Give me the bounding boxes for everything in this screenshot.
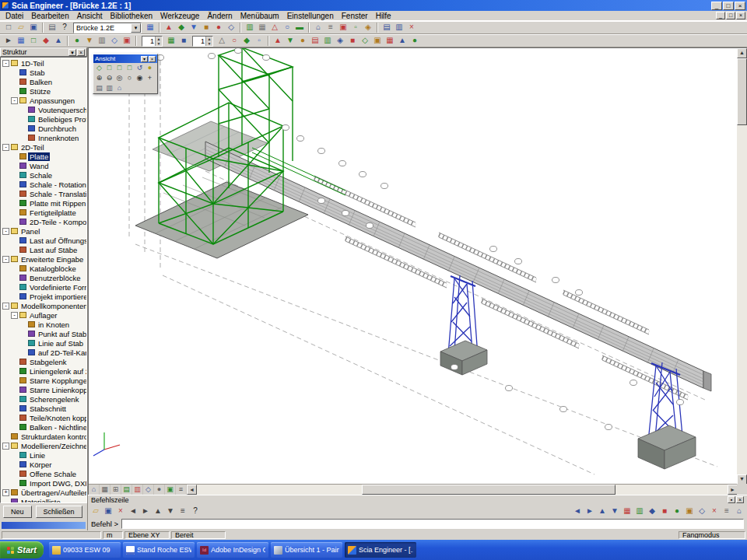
save-icon[interactable]: ▣ [27,22,40,33]
view-x-icon[interactable]: □ [104,64,114,73]
view-z-icon[interactable]: □ [124,64,135,73]
tree-item[interactable]: Balken - Nichtlinearität [1,422,86,432]
spinner-arrows-icon[interactable]: ▲▼ [205,37,212,46]
toolbar-icon[interactable]: ● [409,35,421,47]
tree-item[interactable]: -Panel [1,226,86,236]
axonometry-icon[interactable]: ◇ [94,64,104,73]
tree-item[interactable]: Fertigteilplatte [1,208,86,217]
cmd-icon[interactable]: × [708,506,721,517]
tree-item[interactable]: Last auf Stäbe [1,245,86,254]
select-icon[interactable]: ► [2,35,15,47]
zoom-all-icon[interactable]: ○ [124,74,135,83]
zoom-out-icon[interactable]: ⊖ [104,74,114,83]
toolbar-icon[interactable]: ■ [177,35,190,47]
toolbar-icon[interactable]: ▫ [253,35,265,47]
menu-einstellungen[interactable]: Einstellungen [283,12,338,20]
tree-item[interactable]: Last auf Öffnungskante [1,236,86,245]
tree-item[interactable]: Vordefinierte Formen [1,282,86,292]
tree-item[interactable]: Durchbruch [1,124,86,133]
toolbar-icon[interactable]: ■ [200,22,212,33]
pan-icon[interactable]: + [145,74,155,83]
tree-item[interactable]: Schale [1,170,86,180]
taskbar-task[interactable]: 09033 ESW 09 [49,542,121,558]
toolbar-icon[interactable]: ▬ [293,22,306,33]
viewport[interactable]: Ansicht ▾ × ◇□□□↺●⊕⊖◎○◉+▤▥⌂ ▲ ▼ ⌂▦⊞▤▥◇●▣… [88,47,747,495]
snap-down-icon[interactable]: ▼ [608,506,621,517]
tree-item[interactable]: Teile/Knoten koppeln [1,413,86,422]
tree-item[interactable]: Strukturdaten kontrollieren [1,432,86,441]
close-button[interactable]: × [735,2,745,10]
horizontal-scrollbar[interactable]: ◄ ► [187,485,738,495]
window-tile-icon[interactable]: ▤ [381,22,393,33]
render-icon[interactable]: ● [145,64,155,73]
collapse-icon[interactable]: - [2,144,9,151]
open-icon[interactable]: ▱ [15,22,27,33]
toolbar-icon[interactable]: ▤ [309,35,321,47]
3d-model-canvas[interactable] [89,48,738,485]
tree-item[interactable]: Starre Linienkopplung [1,385,86,394]
toolbar-icon[interactable]: ▦ [384,35,396,47]
shading-icon[interactable]: ● [154,485,165,495]
zoom-in-icon[interactable]: ⊕ [94,74,104,83]
start-button[interactable]: Start [0,541,44,558]
toolbar-icon[interactable]: ◈ [362,22,374,33]
tree-item[interactable]: in Knoten [1,320,86,329]
taskbar-task[interactable]: Übersicht 1 - Paint [271,542,342,558]
prev-icon[interactable]: ◄ [127,506,139,517]
child-restore-button[interactable]: □ [726,12,735,19]
calculator-icon[interactable]: ▦ [144,22,156,33]
tree-item[interactable]: 2D-Teile - Komponenten [1,217,86,226]
cmd-icon[interactable]: ≡ [721,506,733,517]
layers-icon[interactable]: ▤ [121,485,132,495]
toolbar-icon[interactable]: ▼ [284,35,296,47]
collapse-icon[interactable]: - [2,443,9,450]
cmd-icon[interactable]: ⌂ [733,506,745,517]
toolbar-icon[interactable]: ▥ [321,35,334,47]
tree-item[interactable]: Scherengelenk [1,394,86,404]
menu-werkzeuge[interactable]: Werkzeuge [156,12,203,20]
toolbar-icon[interactable]: ○ [228,35,240,47]
zoom-window-icon[interactable]: ◎ [114,74,124,83]
up-icon[interactable]: ▲ [152,506,164,517]
ansicht-toolbar-header[interactable]: Ansicht ▾ × [93,54,157,63]
perspective-icon[interactable]: ▣ [165,485,176,495]
menu-bibliotheken[interactable]: Bibliotheken [107,12,156,20]
horizontal-scroll-thumb[interactable] [362,485,615,495]
cmd-icon[interactable]: ■ [658,506,671,517]
neu-button[interactable]: Neu [3,506,32,518]
tree-item[interactable]: Balken [1,77,86,86]
tree-item[interactable]: Stabschnitt [1,404,86,413]
menu-menübaum[interactable]: Menübaum [237,12,283,20]
tree-item[interactable]: -2D-Teil [1,142,86,152]
toolbar-icon[interactable]: ▥ [244,22,256,33]
history-icon[interactable]: ≡ [177,506,189,517]
tree-item[interactable]: Import DWG, DXF, VRML97 [1,478,86,488]
print-icon[interactable]: ▤ [46,22,58,33]
collapse-icon[interactable]: - [11,97,18,104]
menu-fenster[interactable]: Fenster [338,12,372,20]
menu-hilfe[interactable]: Hilfe [372,12,395,20]
tree-item[interactable]: Liniengelenk auf 2D [1,366,86,376]
toolbar-icon[interactable]: ▲ [396,35,409,47]
view-y-icon[interactable]: □ [114,64,124,73]
toolbar-icon[interactable]: ◆ [40,35,52,47]
tree-item[interactable]: Offene Schale [1,469,86,478]
toolbar-icon[interactable]: ▦ [15,35,27,47]
rotate-view-icon[interactable]: ↺ [135,64,145,73]
copy-image-icon[interactable]: ▥ [104,84,114,93]
cmd-icon[interactable]: ▥ [633,506,646,517]
window-cascade-icon[interactable]: ▥ [393,22,405,33]
toolbar-icon[interactable]: ▼ [188,22,200,33]
save-icon[interactable]: ▣ [102,506,114,517]
snap-up-icon[interactable]: ▲ [596,506,608,517]
print-view-icon[interactable]: ▤ [94,84,104,93]
toolbar-icon[interactable]: ◆ [175,22,188,33]
collapsed-panel-bar[interactable] [2,522,86,529]
toolbar-icon[interactable]: ▲ [163,22,175,33]
toolbar-icon[interactable]: ○ [281,22,293,33]
toolbar-icon[interactable]: ◈ [334,35,346,47]
tree-item[interactable]: -1D-Teil [1,58,86,68]
window-close-icon[interactable]: × [405,22,418,33]
vertical-scroll-thumb[interactable] [737,58,747,125]
toolbar-icon[interactable]: ◆ [240,35,253,47]
